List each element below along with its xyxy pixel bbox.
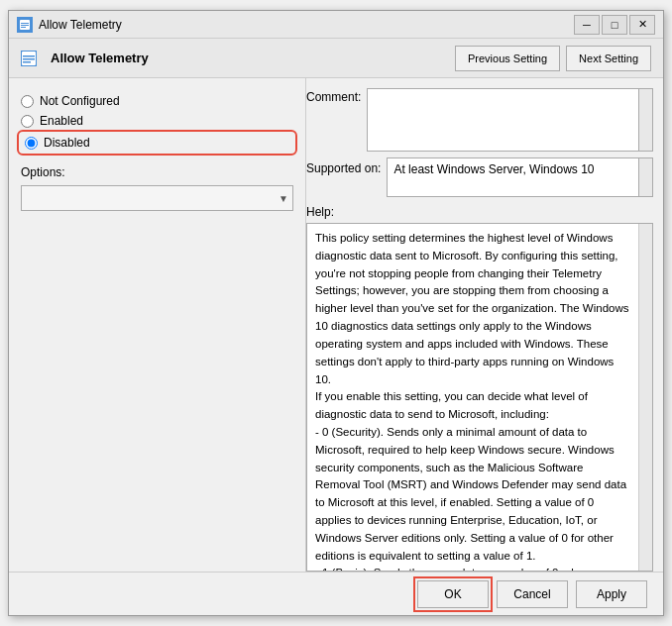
- svg-rect-2: [21, 25, 29, 26]
- svg-rect-5: [23, 55, 35, 57]
- next-setting-button[interactable]: Next Setting: [566, 46, 651, 71]
- not-configured-option[interactable]: Not Configured: [21, 94, 293, 108]
- help-para-2: If you enable this setting, you can deci…: [315, 388, 630, 424]
- comment-area-wrap: [367, 88, 653, 152]
- options-arrow-icon: ▼: [279, 193, 288, 204]
- close-button[interactable]: ✕: [629, 15, 655, 35]
- help-col: Help: This policy setting determines the…: [306, 205, 653, 572]
- window-title: Allow Telemetry: [39, 18, 574, 32]
- help-section: Help: This policy setting determines the…: [306, 205, 663, 572]
- svg-rect-6: [23, 58, 35, 60]
- main-window: Allow Telemetry ─ □ ✕ Allow Telemetry Pr…: [8, 10, 664, 616]
- supported-value: At least Windows Server, Windows 10: [387, 157, 639, 197]
- supported-scrollbar[interactable]: [639, 157, 653, 197]
- header-icon: [21, 51, 37, 66]
- header-bar: Allow Telemetry Previous Setting Next Se…: [9, 39, 663, 78]
- options-label: Options:: [21, 165, 293, 179]
- supported-label: Supported on:: [306, 161, 381, 175]
- previous-setting-button[interactable]: Previous Setting: [455, 46, 560, 71]
- header-title: Allow Telemetry: [51, 51, 447, 65]
- comment-section: Comment:: [306, 78, 663, 157]
- title-bar: Allow Telemetry ─ □ ✕: [9, 11, 663, 39]
- disabled-option-highlight: Disabled: [21, 134, 293, 152]
- help-text: This policy setting determines the highe…: [307, 224, 638, 571]
- enabled-radio[interactable]: [21, 115, 34, 128]
- enabled-option[interactable]: Enabled: [21, 114, 293, 128]
- nav-buttons: Previous Setting Next Setting: [455, 46, 651, 71]
- options-value: [26, 192, 29, 204]
- comment-textarea[interactable]: [367, 88, 639, 152]
- help-scrollbar[interactable]: [638, 224, 652, 571]
- help-para-4: - 1 (Basic). Sends the same data as a va…: [315, 565, 630, 571]
- window-icon: [17, 17, 33, 33]
- options-section: Options: ▼: [21, 165, 293, 211]
- disabled-label: Disabled: [44, 136, 90, 150]
- supported-text-wrap: At least Windows Server, Windows 10: [387, 157, 653, 197]
- apply-button[interactable]: Apply: [576, 580, 647, 608]
- disabled-option[interactable]: Disabled: [25, 136, 90, 150]
- right-panel: Comment: Supported on: At least Windows …: [306, 78, 663, 572]
- enabled-label: Enabled: [40, 114, 83, 128]
- disabled-radio[interactable]: [25, 137, 38, 150]
- help-scroll-wrap: This policy setting determines the highe…: [306, 223, 653, 572]
- not-configured-label: Not Configured: [40, 94, 120, 108]
- options-dropdown[interactable]: ▼: [21, 185, 293, 211]
- maximize-button[interactable]: □: [602, 15, 627, 35]
- window-controls: ─ □ ✕: [574, 15, 655, 35]
- bottom-bar: OK Cancel Apply: [9, 572, 663, 615]
- cancel-button[interactable]: Cancel: [497, 580, 568, 608]
- svg-rect-7: [23, 61, 31, 63]
- comment-label: Comment:: [306, 90, 361, 104]
- help-para-1: This policy setting determines the highe…: [315, 230, 630, 388]
- svg-rect-1: [21, 23, 29, 24]
- svg-rect-3: [21, 27, 26, 28]
- main-content: Not Configured Enabled Disabled Options:: [9, 78, 663, 572]
- left-panel: Not Configured Enabled Disabled Options:: [9, 78, 306, 572]
- help-label: Help:: [306, 205, 653, 219]
- not-configured-radio[interactable]: [21, 95, 34, 108]
- comment-scrollbar[interactable]: [639, 88, 653, 152]
- ok-button[interactable]: OK: [417, 580, 489, 608]
- help-para-3: - 0 (Security). Sends only a minimal amo…: [315, 424, 630, 566]
- supported-section: Supported on: At least Windows Server, W…: [306, 157, 663, 205]
- minimize-button[interactable]: ─: [574, 15, 600, 35]
- radio-group: Not Configured Enabled Disabled: [21, 94, 293, 152]
